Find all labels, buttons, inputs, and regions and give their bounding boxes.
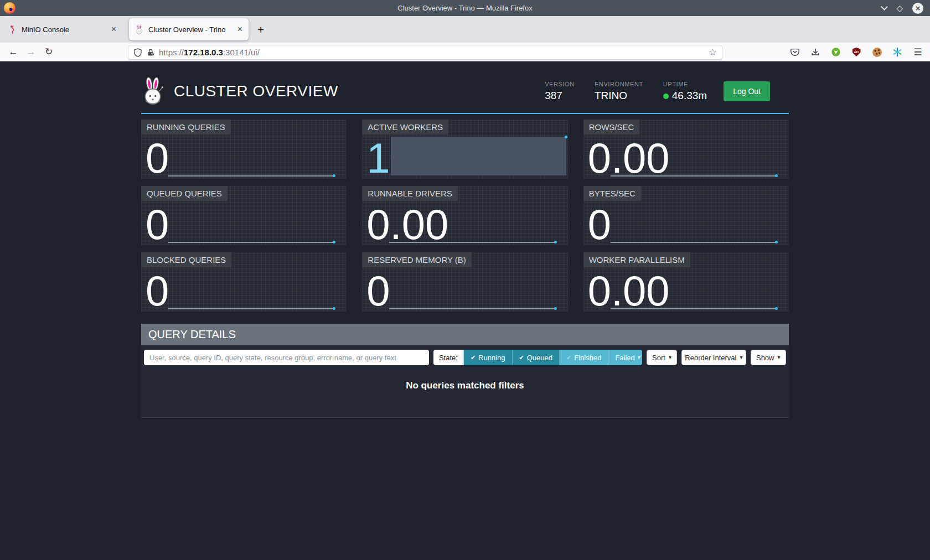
ublock-origin-icon[interactable]: uO: [851, 47, 861, 57]
window-maximize-icon[interactable]: ◇: [896, 4, 903, 12]
environment-label: ENVIRONMENT: [595, 81, 643, 87]
consent-asterisk-icon[interactable]: [892, 47, 902, 57]
window-minimize-icon[interactable]: [881, 3, 888, 11]
show-dropdown[interactable]: Show ▾: [751, 350, 786, 365]
query-search-input[interactable]: [144, 350, 429, 365]
sparkline: [168, 308, 334, 309]
sparkline: [168, 242, 334, 243]
chevron-down-icon: ▾: [740, 355, 743, 360]
version-label: VERSION: [545, 81, 575, 87]
stat-value: 0: [146, 272, 169, 310]
stat-value: 0: [146, 139, 169, 178]
forward-icon[interactable]: →: [22, 46, 40, 58]
stat-value: 0.00: [366, 205, 448, 244]
sparkline-area: [391, 137, 566, 175]
uptime-label: UPTIME: [663, 81, 707, 87]
state-filter-queued[interactable]: ✔ Queued: [513, 350, 560, 365]
url-text: https://172.18.0.3:30141/ui/: [159, 48, 260, 57]
stat-label: BLOCKED QUERIES: [141, 252, 231, 267]
query-filter-row: State: ✔ Running ✔ Queued ✔ Finished Fa: [144, 350, 786, 365]
window-titlebar: Cluster Overview - Trino — Mozilla Firef…: [0, 0, 930, 16]
new-tab-button[interactable]: +: [257, 24, 264, 35]
stat-label: BYTES/SEC: [583, 186, 641, 201]
uptime-status-dot: [663, 94, 669, 99]
stat-label: ROWS/SEC: [583, 120, 640, 134]
stat-tile-bytes-sec: BYTES/SEC 0: [583, 186, 789, 245]
stat-tile-queued-queries: QUEUED QUERIES 0: [141, 186, 347, 245]
tab-close-icon[interactable]: ×: [111, 25, 116, 34]
stat-tile-worker-parallelism: WORKER PARALLELISM 0.00: [583, 252, 789, 312]
tab-title: MinIO Console: [22, 25, 106, 34]
uptime-stat: UPTIME 46.33m: [663, 81, 707, 102]
query-details-title: QUERY DETAILS: [141, 324, 789, 345]
sparkline: [389, 308, 555, 309]
state-filter-finished[interactable]: ✔ Finished: [560, 350, 608, 365]
sparkline-dot: [333, 241, 335, 243]
back-icon[interactable]: ←: [4, 46, 22, 58]
sparkline-dot: [565, 136, 567, 138]
sort-dropdown[interactable]: Sort ▾: [647, 350, 678, 365]
version-stat: VERSION 387: [545, 81, 575, 102]
sparkline-dot: [775, 307, 778, 310]
chevron-down-icon: ▾: [778, 355, 781, 360]
environment-value: TRINO: [595, 90, 643, 102]
sparkline-dot: [554, 241, 557, 243]
stat-label: RUNNING QUERIES: [141, 120, 231, 134]
sparkline-dot: [775, 241, 778, 243]
downloads-icon[interactable]: [810, 47, 820, 57]
query-details-panel: QUERY DETAILS State: ✔ Running ✔ Queued …: [141, 324, 789, 418]
bookmark-star-icon[interactable]: ☆: [709, 46, 717, 58]
sparkline-dot: [333, 174, 335, 177]
stat-label: ACTIVE WORKERS: [362, 120, 448, 134]
stat-value: 1: [366, 139, 390, 178]
version-value: 387: [545, 90, 575, 102]
tab-minio-console[interactable]: MinIO Console ×: [3, 18, 122, 40]
chevron-down-icon: ▾: [669, 355, 671, 360]
stat-label: RUNNABLE DRIVERS: [362, 186, 458, 201]
trino-favicon: [135, 24, 143, 34]
trino-bunny-logo: [141, 77, 164, 106]
trino-page: CLUSTER OVERVIEW VERSION 387 ENVIRONMENT…: [0, 62, 930, 560]
logout-button[interactable]: Log Out: [724, 81, 770, 101]
sparkline: [611, 242, 777, 243]
tab-title: Cluster Overview - Trino: [148, 25, 232, 34]
pocket-icon[interactable]: [790, 47, 800, 57]
shield-permissions-icon[interactable]: [133, 48, 142, 57]
state-filter-running[interactable]: ✔ Running: [464, 350, 513, 365]
chevron-down-icon: ▾: [638, 355, 640, 360]
trino-header: CLUSTER OVERVIEW VERSION 387 ENVIRONMENT…: [141, 62, 789, 114]
state-filter-group: State: ✔ Running ✔ Queued ✔ Finished Fa: [433, 350, 642, 365]
stat-label: RESERVED MEMORY (B): [362, 252, 472, 267]
stat-value: 0.00: [588, 139, 670, 178]
sparkline-dot: [775, 174, 778, 177]
window-title: Cluster Overview - Trino — Mozilla Firef…: [0, 0, 930, 16]
stat-label: QUEUED QUERIES: [141, 186, 228, 201]
cookie-extension-icon[interactable]: [872, 47, 882, 57]
url-host: 172.18.0.3: [184, 48, 223, 57]
state-filter-failed[interactable]: Failed ▾: [608, 350, 642, 365]
stat-value: 0.00: [588, 272, 670, 310]
sparkline-dot: [554, 307, 557, 310]
lock-warning-icon[interactable]: [147, 48, 155, 57]
sparkline-dot: [333, 307, 335, 310]
empty-queries-message: No queries matched filters: [406, 380, 524, 391]
tab-cluster-overview-trino[interactable]: Cluster Overview - Trino ×: [129, 18, 249, 40]
uptime-value: 46.33m: [672, 90, 707, 101]
stat-tile-reserved-memory: RESERVED MEMORY (B) 0: [362, 252, 567, 312]
tab-close-icon[interactable]: ×: [237, 25, 242, 34]
check-icon: ✔: [471, 354, 476, 361]
state-filter-label: State:: [433, 350, 464, 365]
privacy-badger-icon[interactable]: [831, 47, 841, 57]
page-title: CLUSTER OVERVIEW: [174, 82, 338, 100]
sparkline: [168, 175, 334, 177]
stat-tile-blocked-queries: BLOCKED QUERIES 0: [141, 252, 347, 312]
stat-tile-runnable-drivers: RUNNABLE DRIVERS 0.00: [362, 186, 567, 245]
window-close-icon[interactable]: ×: [912, 3, 923, 14]
reorder-interval-dropdown[interactable]: Reorder Interval ▾: [681, 350, 746, 365]
stat-tile-running-queries: RUNNING QUERIES 0: [141, 120, 347, 179]
reload-icon[interactable]: ↻: [40, 46, 58, 58]
check-icon: ✔: [519, 354, 524, 361]
menu-icon[interactable]: ☰: [913, 47, 923, 57]
stat-value: 0: [366, 272, 390, 310]
url-bar[interactable]: https://172.18.0.3:30141/ui/ ☆: [128, 45, 722, 60]
